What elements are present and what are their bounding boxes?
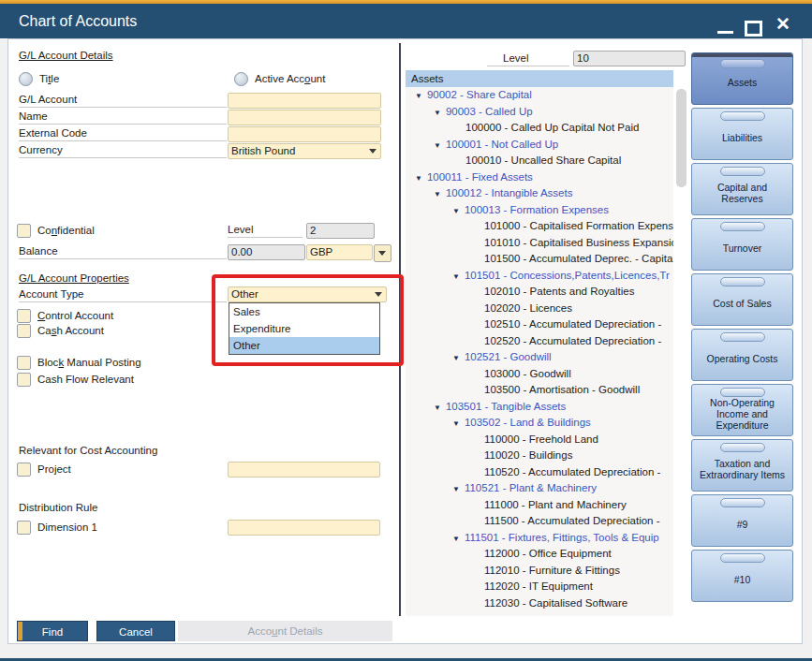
cash-account-checkbox[interactable] <box>17 324 31 338</box>
title-radio[interactable] <box>19 72 33 86</box>
tree-item[interactable]: ▼101501 - Concessions,Patents,Licences,T… <box>406 268 673 285</box>
external-code-label: External Code <box>19 126 227 141</box>
drawer-button-cost-of-sales[interactable]: Cost of Sales <box>691 273 793 326</box>
collapse-arrow-icon[interactable]: ▼ <box>452 535 460 543</box>
tree-item[interactable]: ▼100012 - Intangible Assets <box>406 185 673 202</box>
tree-item[interactable]: 103000 - Goodwill <box>406 366 673 383</box>
drawer-button-10[interactable]: #10 <box>691 550 793 602</box>
control-account-label: Control Account <box>37 310 113 321</box>
tree-item[interactable]: 112030 - Capitalised Software <box>406 595 673 612</box>
balance-field[interactable]: 0.00 <box>228 244 305 260</box>
balance-currency-arrow-button[interactable] <box>374 244 391 262</box>
tree-item[interactable]: 100000 - Called Up Capital Not Paid <box>406 120 673 137</box>
cash-flow-relevant-label: Cash Flow Relevant <box>37 374 134 385</box>
tree-item[interactable]: ▼111501 - Fixtures, Fittings, Tools & Eq… <box>406 530 673 547</box>
tree-item-label: 102520 - Accumulated Depreciation - <box>484 335 661 346</box>
title-bar[interactable]: Chart of Accounts ✕ <box>0 4 812 38</box>
tree-item[interactable]: ▼102521 - Goodwill <box>406 349 673 366</box>
dimension1-input[interactable] <box>228 520 380 536</box>
tree-level-field[interactable]: 10 <box>573 51 686 66</box>
tree-item-label: 110520 - Accumulated Depreciation - <box>484 466 660 477</box>
name-input[interactable] <box>228 110 381 125</box>
tree-item[interactable]: ▼103501 - Tangible Assets <box>406 399 673 416</box>
collapse-arrow-icon[interactable]: ▼ <box>452 272 460 281</box>
tree-item[interactable]: 111000 - Plant and Machinery <box>406 497 673 514</box>
account-type-label: Account Type <box>19 287 227 302</box>
level-field[interactable]: 2 <box>306 223 375 239</box>
account-type-option[interactable]: Expenditure <box>229 320 379 337</box>
tree-item[interactable]: 101500 - Accumulated Deprec. - Capita <box>406 251 673 268</box>
tree-item[interactable]: 102520 - Accumulated Depreciation - <box>406 333 673 350</box>
control-account-checkbox[interactable] <box>17 309 31 323</box>
tree-item[interactable]: ▼90003 - Called Up <box>406 104 673 121</box>
tree-item[interactable]: 112020 - IT Equipment <box>406 579 673 595</box>
tree-item[interactable]: 102510 - Accumulated Depreciation - <box>406 316 673 333</box>
project-input[interactable] <box>228 462 380 477</box>
tree-item[interactable]: 111500 - Accumulated Depreciation - <box>406 513 673 530</box>
tree-item-label: 101000 - Capitalised Formation Expenses <box>484 220 673 231</box>
drawer-button-turnover[interactable]: Turnover <box>691 218 793 271</box>
collapse-arrow-icon[interactable]: ▼ <box>434 141 441 150</box>
account-type-dropdown[interactable]: Other <box>228 286 387 302</box>
tree-item[interactable]: 112010 - Furniture & Fittings <box>406 563 673 580</box>
collapse-arrow-icon[interactable]: ▼ <box>452 354 460 362</box>
tree-item[interactable]: 110520 - Accumulated Depreciation - <box>406 464 673 481</box>
close-icon[interactable]: ✕ <box>773 13 793 36</box>
tree-item[interactable]: 112000 - Office Equipment <box>406 546 673 563</box>
drawer-button-capital-and-reserves[interactable]: Capital and Reserves <box>691 163 793 215</box>
collapse-arrow-icon[interactable]: ▼ <box>415 174 422 183</box>
balance-currency-dropdown[interactable]: GBP <box>306 244 373 260</box>
tree-item[interactable]: ▼100001 - Not Called Up <box>406 137 673 154</box>
tree-scrollbar[interactable] <box>676 89 687 187</box>
tree-item[interactable]: 101010 - Capitalised Business Expansion <box>406 235 673 252</box>
drawer-button-liabilities[interactable]: Liabilities <box>691 108 793 160</box>
tree-item[interactable]: 101000 - Capitalised Formation Expenses <box>406 218 673 235</box>
tree-item[interactable]: ▼110521 - Plant & Machinery <box>406 480 673 497</box>
account-tree: ▼90002 - Share Capital▼90003 - Called Up… <box>406 87 673 611</box>
drawer-button-9[interactable]: #9 <box>691 494 793 547</box>
project-checkbox[interactable] <box>17 463 31 477</box>
collapse-arrow-icon[interactable]: ▼ <box>434 404 441 412</box>
maximize-icon[interactable] <box>745 21 762 37</box>
account-details-button[interactable]: Account Details <box>178 621 392 641</box>
tree-item-label: 100013 - Formation Expenses <box>465 204 609 215</box>
currency-dropdown[interactable]: British Pound <box>228 143 381 159</box>
tree-item[interactable]: 110020 - Buildings <box>406 448 673 464</box>
dimension1-checkbox[interactable] <box>17 521 31 535</box>
collapse-arrow-icon[interactable]: ▼ <box>452 485 460 493</box>
drawer-button-taxation-and-extraordinary-items[interactable]: Taxation and Extraordinary Items <box>691 439 793 492</box>
collapse-arrow-icon[interactable]: ▼ <box>434 109 441 117</box>
cancel-button[interactable]: Cancel <box>96 621 175 641</box>
account-type-option[interactable]: Other <box>229 337 379 354</box>
account-type-option[interactable]: Sales <box>229 303 379 320</box>
external-code-input[interactable] <box>228 126 381 142</box>
drawer-button-operating-costs[interactable]: Operating Costs <box>691 329 793 381</box>
find-button[interactable]: Find <box>17 621 88 641</box>
tree-item[interactable]: ▼90002 - Share Capital <box>406 87 673 104</box>
minimize-icon[interactable] <box>717 31 733 34</box>
active-account-radio[interactable] <box>234 72 248 86</box>
tree-item[interactable]: 103500 - Amortisation - Goodwill <box>406 382 673 399</box>
collapse-arrow-icon[interactable]: ▼ <box>415 92 422 100</box>
tree-root-header[interactable]: Assets <box>406 70 673 87</box>
collapse-arrow-icon[interactable]: ▼ <box>452 419 460 428</box>
tree-item[interactable]: 100010 - Uncalled Share Capital <box>406 153 673 169</box>
drawer-label: Operating Costs <box>707 353 778 364</box>
collapse-arrow-icon[interactable]: ▼ <box>452 207 460 215</box>
tree-item[interactable]: 110000 - Freehold Land <box>406 432 673 448</box>
gl-account-input[interactable] <box>228 93 381 109</box>
distribution-rule-title: Distribution Rule <box>19 502 97 513</box>
tree-item[interactable]: 102010 - Patents and Royalties <box>406 284 673 301</box>
confidential-checkbox[interactable] <box>17 224 31 238</box>
drawer-label: Liabilities <box>722 132 762 143</box>
tree-item[interactable]: ▼100011 - Fixed Assets <box>406 169 673 186</box>
cash-flow-relevant-checkbox[interactable] <box>17 373 31 387</box>
tree-item[interactable]: ▼100013 - Formation Expenses <box>406 202 673 219</box>
block-manual-posting-checkbox[interactable] <box>17 356 31 370</box>
drawer-button-assets[interactable]: Assets <box>691 52 793 105</box>
tree-item[interactable]: ▼103502 - Land & Buildings <box>406 415 673 432</box>
collapse-arrow-icon[interactable]: ▼ <box>434 190 441 198</box>
tree-item[interactable]: 102020 - Licences <box>406 301 673 317</box>
drawer-button-non-operating-income-and-expenditure[interactable]: Non-Operating Income and Expenditure <box>691 384 793 436</box>
account-category-drawers: AssetsLiabilitiesCapital and ReservesTur… <box>691 52 793 605</box>
